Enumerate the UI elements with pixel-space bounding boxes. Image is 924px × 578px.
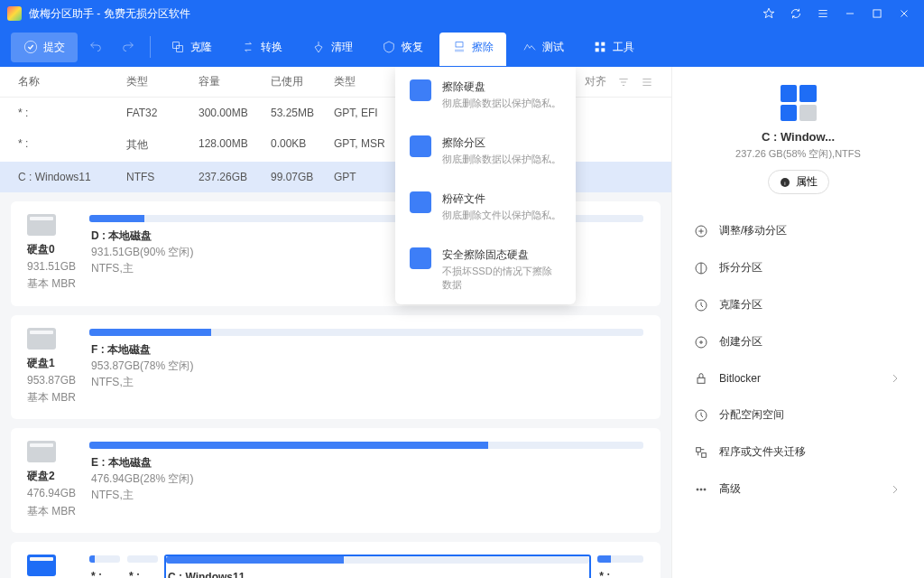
sidebar-item[interactable]: Bitlocker <box>690 360 906 396</box>
star-icon[interactable] <box>756 1 781 26</box>
disk-icon <box>27 328 56 350</box>
partition-block[interactable]: F : 本地磁盘953.87GB(78% 空闲)NTFS,主 <box>88 328 644 407</box>
sidebar-item[interactable]: 拆分分区 <box>690 249 906 286</box>
test-button[interactable]: 测试 <box>510 33 577 62</box>
partition-block[interactable]: E : 本地磁盘476.94GB(28% 空闲)NTFS,主 <box>88 441 644 520</box>
clean-button[interactable]: 清理 <box>299 33 365 62</box>
title-bar: 傲梅分区助手 - 免费无损分区软件 <box>0 0 924 27</box>
dropdown-item[interactable]: 擦除硬盘彻底删除数据以保护隐私。 <box>395 67 576 123</box>
menu-icon[interactable] <box>810 1 836 26</box>
svg-rect-7 <box>596 48 599 51</box>
undo-button[interactable] <box>81 33 110 61</box>
filter-icon[interactable] <box>617 76 630 89</box>
app-logo <box>7 6 22 21</box>
main-panel: 名称 类型 容量 已使用 类型 对齐 * :FAT32300.00MB53.25… <box>0 67 671 578</box>
dropdown-item[interactable]: 安全擦除固态硬盘不损坏SSD的情况下擦除数据 <box>395 235 576 304</box>
clone-button[interactable]: 克隆 <box>158 33 225 62</box>
submit-button[interactable]: 提交 <box>11 33 78 62</box>
svg-rect-15 <box>698 378 705 383</box>
svg-point-21 <box>704 489 706 490</box>
minimize-button[interactable] <box>837 1 863 26</box>
convert-button[interactable]: 转换 <box>228 33 295 62</box>
windows-icon <box>781 85 817 121</box>
disk-card: 硬盘2476.94GB基本 MBRE : 本地磁盘476.94GB(28% 空闲… <box>11 428 661 533</box>
disk-icon <box>27 555 56 576</box>
dropdown-item[interactable]: 擦除分区彻底删除数据以保护隐私。 <box>395 123 576 179</box>
toolbar: 提交 克隆 转换 清理 恢复 擦除 测试 工具 <box>0 27 924 67</box>
close-button[interactable] <box>892 1 917 26</box>
sidebar-item[interactable]: 程序或文件夹迁移 <box>690 434 906 471</box>
svg-rect-8 <box>601 48 605 51</box>
sidebar-item[interactable]: 分配空闲空间 <box>690 396 906 434</box>
maximize-button[interactable] <box>864 1 890 26</box>
svg-rect-2 <box>173 42 180 49</box>
sidebar-item[interactable]: 克隆分区 <box>690 286 906 323</box>
svg-point-20 <box>700 489 702 490</box>
disk-card: 硬盘3238.47GB基本 GPT* :300...FAT...* :128..… <box>11 542 661 578</box>
tools-button[interactable]: 工具 <box>580 33 647 62</box>
disk-icon <box>27 441 56 462</box>
sidebar: C : Window... 237.26 GB(58% 空闲),NTFS i属性… <box>671 67 924 578</box>
sidebar-item[interactable]: 调整/移动分区 <box>690 212 906 249</box>
disk-card: 硬盘1953.87GB基本 MBRF : 本地磁盘953.87GB(78% 空闲… <box>11 315 661 420</box>
dropdown-item[interactable]: 粉碎文件彻底删除文件以保护隐私。 <box>395 179 576 235</box>
erase-dropdown: 擦除硬盘彻底删除数据以保护隐私。擦除分区彻底删除数据以保护隐私。粉碎文件彻底删除… <box>395 67 576 304</box>
partition-block[interactable]: C : Windows11237.26GB(58% 空闲)NTFS,系统,主 <box>164 555 591 578</box>
partition-summary: C : Window... 237.26 GB(58% 空闲),NTFS i属性 <box>690 85 906 194</box>
svg-point-1 <box>24 41 36 52</box>
partition-block[interactable]: * :300...FAT... <box>88 555 121 578</box>
svg-rect-17 <box>697 447 701 452</box>
svg-rect-6 <box>601 42 605 46</box>
redo-button[interactable] <box>114 33 143 61</box>
refresh-icon[interactable] <box>783 1 808 26</box>
recover-button[interactable]: 恢复 <box>369 33 436 62</box>
svg-point-19 <box>697 489 698 490</box>
sidebar-item[interactable]: 创建分区 <box>690 323 906 360</box>
disk-icon <box>27 214 56 236</box>
erase-button[interactable]: 擦除 <box>439 33 506 66</box>
svg-rect-5 <box>596 42 599 46</box>
app-title: 傲梅分区助手 - 免费无损分区软件 <box>29 6 756 22</box>
svg-rect-18 <box>702 452 707 457</box>
partition-block[interactable]: * :808.00...NTFS,主 <box>596 555 644 578</box>
sidebar-item[interactable]: 高级 <box>690 471 906 508</box>
svg-rect-3 <box>177 46 183 52</box>
svg-rect-0 <box>873 10 881 17</box>
svg-text:i: i <box>784 180 785 185</box>
partition-block[interactable]: * :128...其... <box>126 555 159 578</box>
properties-button[interactable]: i属性 <box>768 170 829 194</box>
svg-rect-4 <box>456 42 463 47</box>
list-view-icon[interactable] <box>641 76 653 89</box>
